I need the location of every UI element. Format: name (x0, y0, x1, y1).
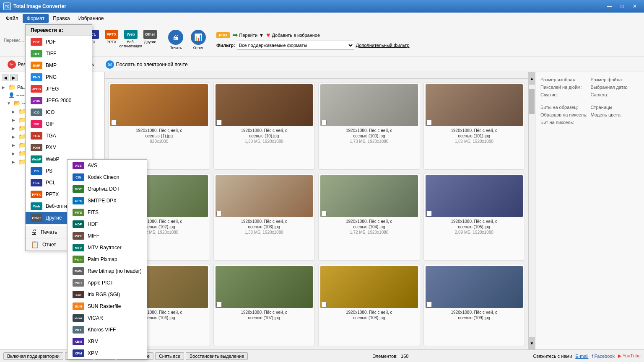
image-check-9[interactable] (216, 302, 222, 307)
dropdown-item-tga[interactable]: TGA TGA (26, 130, 92, 142)
menu-format[interactable]: Формат (23, 14, 49, 23)
app-title: Total Image Converter (13, 3, 604, 9)
email-icon: ✉ (106, 60, 114, 69)
submenu-item-miff[interactable]: MIFF MIFF (68, 230, 147, 242)
folder-icon-6: 📁 (18, 142, 26, 148)
nav-left[interactable]: ◀ (2, 74, 9, 81)
image-check-5[interactable] (216, 211, 222, 216)
submenu-item-avs[interactable]: AVS AVS (68, 160, 147, 171)
menu-file[interactable]: Файл (2, 14, 23, 23)
menu-edit[interactable]: Правка (49, 14, 74, 23)
image-check-10[interactable] (321, 302, 327, 307)
nav-right[interactable]: ▶ (10, 74, 18, 81)
image-item-10[interactable]: 1920x1080. Пёс с ней, сосенью (108).jpg (318, 264, 420, 346)
image-item-6[interactable]: 1920x1080. Пёс с ней, сосенью (104).jpg1… (318, 173, 420, 261)
dropdown-item-png[interactable]: PNG PNG (26, 71, 92, 83)
dropdown-item-pxm[interactable]: PXM PXM (26, 142, 92, 153)
format-btn-pptx[interactable]: PPTX PPTX (102, 29, 121, 52)
email-link[interactable]: E-mail (575, 354, 588, 359)
additional-filter-label[interactable]: Дополнительный фильтр (356, 43, 410, 48)
user-icon: 👤 (8, 92, 15, 98)
submenu-item-palm[interactable]: Palm Palm Pixmap (68, 253, 147, 265)
include-subdirs-btn[interactable]: Включая поддиректории (3, 352, 63, 360)
image-item-2[interactable]: 1920x1080. Пёс с ней, сосенью (100).jpg1… (318, 82, 420, 170)
image-check-2[interactable] (321, 120, 327, 125)
pcl-icon: PCL (31, 179, 42, 186)
dropdown-item-bmp[interactable]: BMP BMP (26, 59, 92, 71)
submenu-item-dot[interactable]: DOT Graphviz DOT (68, 183, 147, 195)
dropdown-item-tiff[interactable]: TIFF TIFF (26, 48, 92, 59)
image-caption-0: 1920x1080. Пёс с ней, сосенью (1).jpg920… (136, 128, 182, 144)
dropdown-item-ico[interactable]: ICO ICO (26, 106, 92, 118)
dropdown-item-gif[interactable]: GIF GIF (26, 118, 92, 130)
submenu-item-cineon[interactable]: CIN Kodak Cineon (68, 171, 147, 183)
image-item-7[interactable]: 1920x1080. Пёс с ней, сосенью (105).jpg2… (423, 173, 525, 261)
image-check-7[interactable] (426, 211, 432, 216)
print-label: Печать (41, 229, 57, 235)
image-caption-3: 1920x1080. Пёс с ней, сосенью (101).jpg1… (451, 128, 497, 144)
filesize-label: Размер файла: (591, 77, 639, 82)
submenu-item-pict[interactable]: PICT Apple PICT (68, 277, 147, 289)
goto-button[interactable]: ➡ Перейти ▼ (232, 31, 264, 39)
date-label: Выбранная дата: (591, 85, 639, 90)
image-check-3[interactable] (426, 120, 432, 125)
submenu-item-raw[interactable]: RAW Raw bitmap (no header) (68, 265, 147, 277)
image-item-5[interactable]: 1920x1080. Пёс с ней, сосенью (103).jpg1… (213, 173, 315, 261)
restore-selection-btn[interactable]: Восстановить выделение (186, 352, 248, 360)
format-btn-other[interactable]: Other Другие (141, 29, 159, 52)
unmark-all-btn[interactable]: Снять все (155, 352, 184, 360)
close-button[interactable]: ✕ (629, 2, 641, 10)
expand-arrow-6: ▶ (12, 143, 17, 147)
submenu-item-viff[interactable]: VIFF Khoros VIFF (68, 324, 147, 336)
submenu-item-vicar[interactable]: vicar VICAR (68, 312, 147, 324)
viff-label: Khoros VIFF (88, 327, 116, 333)
scroll-down[interactable]: ▼ (529, 337, 535, 349)
submenu-item-fits[interactable]: FITS FITS (68, 207, 147, 218)
image-check-6[interactable] (321, 211, 327, 216)
submenu-item-xpm[interactable]: XPM XPM (68, 347, 147, 359)
submenu-item-hdf[interactable]: HDF HDF (68, 218, 147, 230)
window-controls: — □ ✕ (604, 2, 641, 10)
submenu-item-sun[interactable]: SUN SUN Rasterfile (68, 300, 147, 312)
menu-favorites[interactable]: Избранное (74, 14, 108, 23)
vertical-scrollbar[interactable]: ▲ ▼ (528, 72, 535, 349)
image-check-1[interactable] (216, 120, 222, 125)
submenu-item-xbm[interactable]: XBM XBM (68, 336, 147, 347)
convert-section: Перевес... (3, 38, 24, 43)
thumb-bg-10 (320, 266, 418, 308)
dropdown-item-pdf[interactable]: PDF PDF (26, 36, 92, 48)
filter-select[interactable]: Все поддерживаемые форматы (237, 41, 354, 50)
youtube-link[interactable]: ▶ YouTube (618, 353, 641, 359)
scroll-thumb[interactable] (529, 89, 535, 114)
miff-icon: MIFF (73, 232, 84, 240)
image-thumb-7 (426, 175, 523, 217)
submenu-item-mtv[interactable]: MTV MTV Raytracer (68, 242, 147, 253)
email-button[interactable]: ✉ Послать по электронной почте (101, 59, 192, 70)
other-toolbar-label: Другие (144, 40, 156, 44)
image-item-1[interactable]: 1920x1080. Пёс с ней, сосенью (10).jpg1,… (213, 82, 315, 170)
image-item-3[interactable]: 1920x1080. Пёс с ней, сосенью (101).jpg1… (423, 82, 525, 170)
report-toolbar-btn[interactable]: 📊 Отчет (187, 28, 209, 53)
image-thumb-11 (426, 266, 523, 308)
dropdown-item-jpeg[interactable]: JPEG JPEG (26, 83, 92, 95)
scroll-up[interactable]: ▲ (529, 72, 535, 85)
image-check-11[interactable] (426, 302, 432, 307)
favorites-button[interactable]: ♥ Добавить в избранное (266, 31, 320, 39)
image-grid-container[interactable]: 1920x1080. Пёс с ней, сосенью (1).jpg920… (105, 79, 528, 349)
image-check-0[interactable] (111, 120, 117, 125)
maximize-button[interactable]: □ (616, 2, 628, 10)
folder-icon-8: 📁 (18, 158, 26, 165)
web-toolbar-icon: Web (124, 30, 138, 39)
scroll-track[interactable] (529, 85, 535, 337)
dropdown-item-jpeg2000[interactable]: JP2K JPEG 2000 (26, 95, 92, 106)
submenu-item-sgi[interactable]: SGI Irix RGB (SGI) (68, 289, 147, 300)
format-btn-web[interactable]: Web Веб-оптимизация (122, 29, 140, 52)
print-toolbar-btn[interactable]: 🖨 Печать (165, 28, 187, 53)
image-item-11[interactable]: 1920x1080. Пёс с ней, сосенью (109).jpg (423, 264, 525, 346)
submenu-item-dpx[interactable]: DPX SMTPE DPX (68, 195, 147, 207)
image-item-0[interactable]: 1920x1080. Пёс с ней, сосенью (1).jpg920… (108, 82, 210, 170)
image-thumb-6 (320, 175, 418, 217)
image-item-9[interactable]: 1920x1080. Пёс с ней, сосенью (107).jpg (213, 264, 315, 346)
facebook-link[interactable]: f Facebook (592, 354, 614, 359)
minimize-button[interactable]: — (604, 2, 615, 10)
